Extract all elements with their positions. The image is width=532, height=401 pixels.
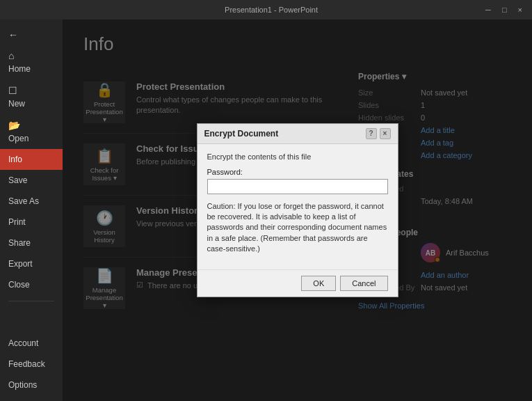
sidebar-item-open-label: Open	[8, 134, 29, 143]
encrypt-dialog: Encrypt Document ? × Encrypt the content…	[197, 123, 398, 298]
new-icon: ☐	[8, 85, 17, 96]
open-icon: 📂	[8, 120, 20, 131]
sidebar-item-share-label: Share	[8, 238, 31, 248]
dialog-question-btn[interactable]: ?	[366, 128, 377, 139]
sidebar-item-export[interactable]: Export	[0, 253, 63, 274]
sidebar-item-new[interactable]: ☐ New	[0, 79, 63, 114]
sidebar-item-print[interactable]: Print	[0, 212, 63, 233]
sidebar-item-home-label: Home	[8, 64, 31, 74]
dialog-intro: Encrypt the contents of this file	[207, 152, 388, 161]
sidebar-item-feedback[interactable]: Feedback	[0, 354, 63, 375]
back-icon: ←	[8, 29, 18, 40]
sidebar-item-info[interactable]: Info	[0, 149, 63, 170]
minimize-btn[interactable]: ─	[481, 6, 495, 14]
title-bar: Presentation1 - PowerPoint ─ □ ×	[0, 0, 532, 19]
main-content: Info 🔒 ProtectPresentation ▾ Protect Pre…	[63, 19, 532, 401]
dialog-close-btn[interactable]: ×	[380, 128, 391, 139]
sidebar-item-open[interactable]: 📂 Open	[0, 114, 63, 149]
sidebar-item-save-as-label: Save As	[8, 196, 39, 206]
sidebar-item-save[interactable]: Save	[0, 170, 63, 191]
dialog-body: Encrypt the contents of this file Passwo…	[198, 144, 398, 270]
close-btn[interactable]: ×	[514, 6, 526, 14]
sidebar-item-share[interactable]: Share	[0, 233, 63, 253]
sidebar-item-close[interactable]: Close	[0, 274, 63, 295]
sidebar-item-account[interactable]: Account	[0, 333, 63, 354]
app-container: ← ⌂ Home ☐ New 📂 Open Info Save Save As …	[0, 19, 532, 401]
sidebar-item-export-label: Export	[8, 259, 33, 269]
close-icon: ×	[383, 129, 387, 137]
sidebar-item-options-label: Options	[8, 380, 37, 390]
sidebar-item-new-label: New	[8, 99, 25, 109]
maximize-btn[interactable]: □	[498, 6, 511, 14]
sidebar-divider	[8, 301, 54, 301]
sidebar-item-options[interactable]: Options	[0, 375, 63, 395]
sidebar-bottom: Account Feedback Options	[0, 333, 63, 395]
question-icon: ?	[369, 129, 373, 137]
sidebar-item-save-as[interactable]: Save As	[0, 191, 63, 212]
title-bar-title: Presentation1 - PowerPoint	[61, 6, 481, 14]
dialog-title: Encrypt Document	[204, 129, 279, 139]
sidebar-item-close-label: Close	[8, 280, 30, 290]
dialog-titlebar: Encrypt Document ? ×	[198, 124, 398, 144]
dialog-ok-button[interactable]: OK	[301, 276, 336, 291]
sidebar-item-print-label: Print	[8, 217, 26, 227]
password-label: Password:	[207, 168, 388, 176]
dialog-caution: Caution: If you lose or forget the passw…	[207, 201, 388, 255]
back-button[interactable]: ←	[0, 25, 63, 45]
sidebar-item-info-label: Info	[8, 155, 22, 164]
dialog-footer: OK Cancel	[198, 269, 398, 297]
dialog-cancel-button[interactable]: Cancel	[340, 276, 387, 291]
title-bar-controls: ─ □ ×	[481, 6, 526, 14]
sidebar: ← ⌂ Home ☐ New 📂 Open Info Save Save As …	[0, 19, 63, 401]
sidebar-item-save-label: Save	[8, 175, 27, 185]
dialog-title-buttons: ? ×	[366, 128, 391, 139]
sidebar-item-home[interactable]: ⌂ Home	[0, 45, 63, 79]
password-input[interactable]	[207, 179, 388, 194]
sidebar-item-feedback-label: Feedback	[8, 359, 45, 369]
dialog-overlay: Encrypt Document ? × Encrypt the content…	[63, 19, 532, 401]
home-icon: ⌂	[8, 50, 14, 61]
sidebar-item-account-label: Account	[8, 338, 38, 348]
